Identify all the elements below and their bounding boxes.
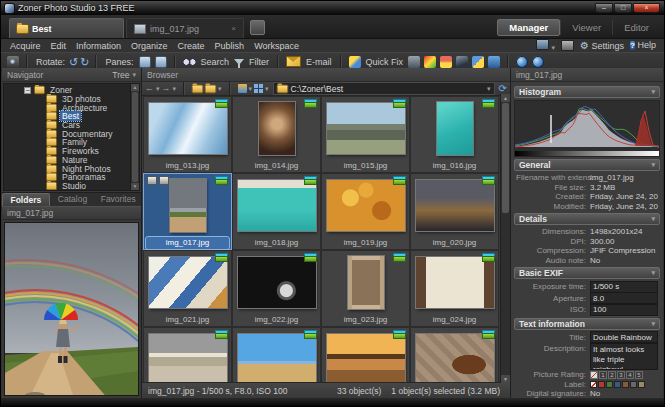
edit-tool-icon-3[interactable] [440,56,452,68]
rating-4-button[interactable]: 4 [626,371,634,379]
forward-icon[interactable]: → [162,83,171,94]
filter-button[interactable]: Filter [249,57,269,67]
description-field[interactable]: It almost looks like triple rainbow! [590,343,658,370]
tab-img-017[interactable]: img_017.jpg × [126,18,244,38]
scroll-up-icon[interactable]: ▲ [501,94,510,102]
section-details[interactable]: Details▾ [514,213,660,225]
browser-scrollbar[interactable]: ▲ ▼ [500,94,510,383]
edit-tool-icon-4[interactable] [456,56,468,68]
scrollbar-thumb[interactable] [502,103,509,213]
section-text-information[interactable]: Text information▾ [514,318,660,330]
menu-organize[interactable]: Organize [126,41,173,51]
scroll-up-icon[interactable]: ▲ [131,84,139,91]
scroll-down-icon[interactable]: ▼ [501,375,510,383]
label-blue-button[interactable] [614,381,621,388]
menu-acquire[interactable]: Acquire [5,41,46,51]
tab-editor[interactable]: Editor [612,20,660,35]
maximize-button[interactable]: □ [614,3,632,13]
rating-3-button[interactable]: 3 [617,371,625,379]
web-publish-icon[interactable] [516,56,528,68]
rotate-left-icon[interactable]: ↺ [69,56,78,68]
edit-tool-icon-6[interactable] [488,56,500,68]
menu-workspace[interactable]: Workspace [249,41,304,51]
thumbnail-cell[interactable]: img_020.jpg [410,173,499,250]
thumbnail-cell[interactable] [321,327,410,382]
thumbnail-cell[interactable]: img_022.jpg [232,250,321,327]
thumbnail-cell[interactable] [232,327,321,382]
tree-view-dropdown[interactable]: Tree ▾ [112,70,136,80]
label-none-button[interactable] [590,381,597,388]
refresh-icon[interactable]: ⟳ [499,83,507,94]
tree-scrollbar[interactable]: ▲ ▼ [130,84,139,190]
tab-catalog[interactable]: Catalog [50,193,96,206]
tab-favorites[interactable]: Favorites [95,193,141,206]
aperture-field[interactable] [590,292,658,304]
edit-tool-icon-1[interactable] [408,56,420,68]
thumbnail-cell[interactable]: img_018.jpg [232,173,321,250]
thumbnail-cell[interactable]: img_024.jpg [410,250,499,327]
forward-history-icon[interactable]: ▾ [173,85,177,93]
address-dropdown-icon[interactable]: ▾ [487,85,491,93]
rating-none-button[interactable] [590,371,598,379]
help-button[interactable]: ? Help [630,40,656,51]
collapse-icon[interactable]: − [24,87,31,94]
thumbnail-cell[interactable]: img_014.jpg [232,96,321,173]
section-basic-exif[interactable]: Basic EXIF▾ [514,267,660,279]
rating-5-button[interactable]: 5 [635,371,643,379]
rotate-right-icon[interactable]: ↻ [80,56,89,68]
thumbnail-cell[interactable]: img_023.jpg [321,250,410,327]
new-tab-icon[interactable] [250,20,265,35]
settings-button[interactable]: ⚙ Settings [580,41,624,51]
menu-edit[interactable]: Edit [46,41,72,51]
pane-left-icon[interactable] [139,56,151,68]
close-tab-icon[interactable]: × [231,24,236,33]
label-brown-button[interactable] [622,381,629,388]
thumbnail-cell-selected[interactable]: img_017.jpg [143,173,232,250]
display-mode-button[interactable]: ▾ [536,39,555,52]
quick-fix-icon[interactable] [349,56,361,68]
thumbnail-cell[interactable]: img_016.jpg [410,96,499,173]
folder-browse-icon[interactable] [206,85,216,92]
web-services-icon[interactable] [532,56,544,68]
rating-2-button[interactable]: 2 [608,371,616,379]
edit-tool-icon-2[interactable] [424,56,436,68]
sort-dropdown-icon[interactable]: ▾ [249,85,253,93]
edit-tool-icon-5[interactable] [472,56,484,68]
quick-fix-button[interactable]: Quick Fix [366,57,404,67]
rating-1-button[interactable]: 1 [599,371,607,379]
label-tan-button[interactable] [638,381,645,388]
tab-folders[interactable]: Folders [2,193,50,206]
view-mode-icon[interactable] [254,84,263,93]
thumbnail-cell[interactable] [143,327,232,382]
thumbnail-cell[interactable]: img_013.jpg [143,96,232,173]
pane-right-icon[interactable] [155,56,167,68]
tab-manager[interactable]: Manager [497,19,560,36]
scroll-down-icon[interactable]: ▼ [131,183,139,190]
thumbnail-cell[interactable] [410,327,499,382]
thumbnail-cell[interactable]: img_019.jpg [321,173,410,250]
acquire-icon[interactable] [7,56,19,68]
device-icon[interactable] [561,40,574,51]
view-dropdown-icon[interactable]: ▾ [265,85,269,93]
close-button[interactable]: × [633,3,660,13]
menu-information[interactable]: Information [71,41,126,51]
label-gray-button[interactable] [630,381,637,388]
filter-icon[interactable] [234,59,244,65]
thumbnail-cell[interactable]: img_015.jpg [321,96,410,173]
section-general[interactable]: General▾ [514,159,660,171]
section-histogram[interactable]: Histogram▾ [514,86,660,98]
email-icon[interactable] [286,56,301,67]
tab-best-folder[interactable]: Best [9,18,124,38]
thumbnail-cell[interactable]: img_021.jpg [143,250,232,327]
title-field[interactable] [590,331,658,343]
tree-item-studio[interactable]: Studio [6,182,139,191]
iso-field[interactable] [590,304,658,316]
menu-create[interactable]: Create [173,41,210,51]
search-button[interactable]: Search [201,57,230,67]
folder-dropdown-icon[interactable]: ▾ [218,85,222,93]
folder-up-icon[interactable] [193,85,203,92]
back-history-icon[interactable]: ▾ [156,85,160,93]
address-bar[interactable]: C:\Zoner\Best ▾ [273,82,495,95]
label-green-button[interactable] [606,381,613,388]
label-red-button[interactable] [598,381,605,388]
